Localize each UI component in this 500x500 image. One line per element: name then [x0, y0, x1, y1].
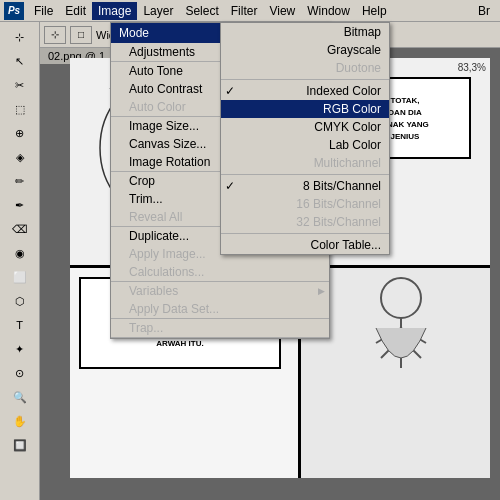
options-mode[interactable]: □ [70, 26, 92, 44]
tool-clone[interactable]: ⌫ [9, 218, 31, 240]
tool-marquee[interactable]: ⊹ [9, 26, 31, 48]
options-selector[interactable]: ⊹ [44, 26, 66, 44]
menu-layer[interactable]: Layer [137, 2, 179, 20]
mode-sep-3 [221, 233, 389, 234]
mode-section-2: ✓ Indexed Color RGB Color CMYK Color Lab… [221, 82, 389, 172]
mode-lab-color[interactable]: Lab Color [221, 136, 389, 154]
menu-trap: Trap... [111, 319, 329, 337]
menu-select[interactable]: Select [179, 2, 224, 20]
tool-eyedropper[interactable]: ◈ [9, 146, 31, 168]
toolbar-left: ⊹ ↖ ✂ ⬚ ⊕ ◈ ✏ ✒ ⌫ ◉ ⬜ ⬡ T ✦ ⊙ 🔍 ✋ 🔲 [0, 22, 40, 500]
mode-16bit: 16 Bits/Channel [221, 195, 389, 213]
mode-32bit: 32 Bits/Channel [221, 213, 389, 231]
svg-text:JENIUS: JENIUS [391, 132, 421, 141]
mode-section-1: Bitmap Grayscale Duotone [221, 23, 389, 77]
menu-image[interactable]: Image [92, 2, 137, 20]
menu-view[interactable]: View [263, 2, 301, 20]
tool-brush[interactable]: ✒ [9, 194, 31, 216]
menu-section-trap: Trap... [111, 319, 329, 338]
mode-bitmap[interactable]: Bitmap [221, 23, 389, 41]
menu-bar: Ps File Edit Image Layer Select Filter V… [0, 0, 500, 22]
tool-history[interactable]: ◉ [9, 242, 31, 264]
mode-section-3: ✓ 8 Bits/Channel 16 Bits/Channel 32 Bits… [221, 177, 389, 231]
menu-variables: Variables ▶ [111, 282, 329, 300]
mode-section-4: Color Table... [221, 236, 389, 254]
menu-mode-label: Mode [119, 26, 149, 40]
tool-lasso[interactable]: ✂ [9, 74, 31, 96]
tool-blur[interactable]: T [9, 314, 31, 336]
zoom-label: 83,3% [458, 62, 486, 73]
tool-pen[interactable]: ⊙ [9, 362, 31, 384]
tool-gradient[interactable]: ⬡ [9, 290, 31, 312]
tool-foreground-bg[interactable]: 🔲 [9, 434, 31, 456]
svg-text:DAN DIA: DAN DIA [388, 108, 422, 117]
mode-indexed-color[interactable]: ✓ Indexed Color [221, 82, 389, 100]
menu-filter[interactable]: Filter [225, 2, 264, 20]
tool-hand[interactable]: ✋ [9, 410, 31, 432]
tool-crop[interactable]: ⊕ [9, 122, 31, 144]
ps-logo: Ps [4, 2, 24, 20]
mode-sep-1 [221, 79, 389, 80]
variables-arrow: ▶ [318, 286, 325, 296]
menu-apply-data-set: Apply Data Set... [111, 300, 329, 318]
svg-point-19 [381, 278, 421, 318]
menu-edit[interactable]: Edit [59, 2, 92, 20]
tool-move[interactable]: ↖ [9, 50, 31, 72]
tool-magic-wand[interactable]: ⬚ [9, 98, 31, 120]
menu-calculations: Calculations... [111, 263, 329, 281]
tool-zoom[interactable]: 🔍 [9, 386, 31, 408]
mode-grayscale[interactable]: Grayscale [221, 41, 389, 59]
svg-text:ARWAH ITU.: ARWAH ITU. [156, 339, 203, 348]
mode-cmyk-color[interactable]: CMYK Color [221, 118, 389, 136]
tool-healing[interactable]: ✏ [9, 170, 31, 192]
tool-eraser[interactable]: ⬜ [9, 266, 31, 288]
mode-color-table[interactable]: Color Table... [221, 236, 389, 254]
menu-br[interactable]: Br [472, 2, 496, 20]
menu-window[interactable]: Window [301, 2, 356, 20]
menu-help[interactable]: Help [356, 2, 393, 20]
mode-sep-2 [221, 174, 389, 175]
tool-dodge[interactable]: ✦ [9, 338, 31, 360]
mode-multichannel: Multichannel [221, 154, 389, 172]
mode-duotone: Duotone [221, 59, 389, 77]
mode-submenu: Bitmap Grayscale Duotone ✓ Indexed Color… [220, 22, 390, 255]
menu-section-variables: Variables ▶ Apply Data Set... [111, 282, 329, 319]
menu-file[interactable]: File [28, 2, 59, 20]
svg-text:TOTAK,: TOTAK, [390, 96, 419, 105]
mode-8bit[interactable]: ✓ 8 Bits/Channel [221, 177, 389, 195]
mode-rgb-color[interactable]: RGB Color [221, 100, 389, 118]
